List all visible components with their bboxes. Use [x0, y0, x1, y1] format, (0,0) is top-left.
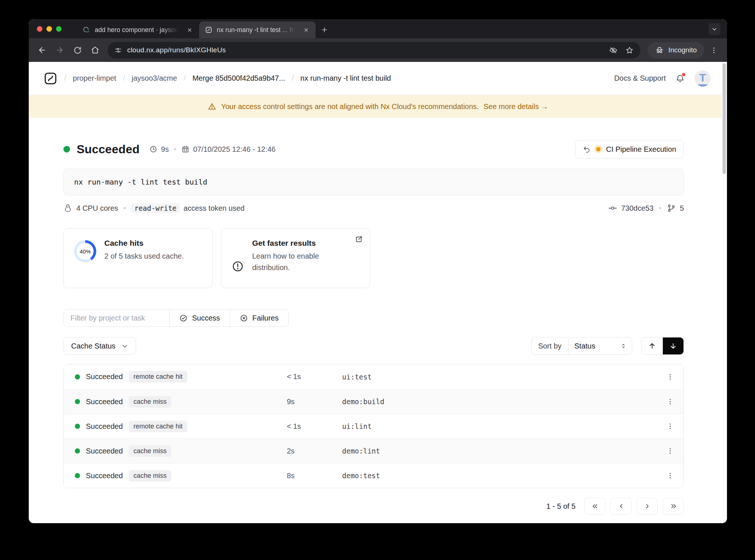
banner-message: Your access control settings are not ali…: [221, 102, 479, 111]
pipeline-button-label: CI Pipeline Execution: [606, 145, 676, 154]
info-icon: [232, 260, 244, 273]
task-filter-bar: Success Failures: [63, 309, 289, 327]
home-button[interactable]: [87, 42, 103, 58]
row-menu-kebab-icon[interactable]: [657, 439, 683, 463]
access-token-text: access token used: [184, 204, 245, 213]
sort-field-select[interactable]: Status: [568, 337, 632, 354]
sort-descending-button[interactable]: [662, 337, 683, 354]
run-meta-row: 4 CPU cores read-write access token used…: [63, 203, 684, 213]
next-page-button[interactable]: [637, 498, 658, 515]
success-status-dot: [63, 146, 70, 153]
filter-failures-button[interactable]: Failures: [230, 309, 288, 326]
bookmark-star-icon[interactable]: [623, 43, 637, 57]
clock-icon: [149, 145, 157, 153]
address-bar[interactable]: cloud.nx.app/runs/BkIXGHleUs: [108, 42, 640, 59]
row-menu-kebab-icon[interactable]: [657, 414, 683, 438]
breadcrumb-separator: /: [184, 74, 186, 83]
row-status-label: Succeeded: [86, 422, 123, 431]
first-page-button[interactable]: [584, 498, 605, 515]
row-task: demo:build: [342, 398, 657, 406]
ci-pipeline-execution-button[interactable]: CI Pipeline Execution: [575, 140, 684, 158]
tab-nx-run[interactable]: nx run-many -t lint test ... fro: [199, 21, 316, 38]
incognito-label: Incognito: [668, 46, 697, 54]
notifications-bell-icon[interactable]: [675, 74, 685, 83]
breadcrumb-run[interactable]: nx run-many -t lint test build: [300, 74, 391, 83]
forward-button[interactable]: [52, 42, 68, 58]
previous-page-button[interactable]: [610, 498, 632, 515]
tab-close-icon[interactable]: [185, 25, 194, 34]
table-row[interactable]: Succeeded cache miss 9s demo:build: [64, 389, 683, 414]
row-task: demo:test: [342, 472, 657, 480]
back-button[interactable]: [34, 42, 50, 58]
browser-toolbar: cloud.nx.app/runs/BkIXGHleUs: [29, 38, 727, 62]
nx-favicon: [205, 26, 212, 34]
sort-by-label: Sort by: [532, 337, 568, 354]
warning-icon: [208, 102, 216, 111]
scrollbar-thumb[interactable]: [723, 63, 726, 174]
distribution-subtitle: Learn how to enable distribution.: [252, 251, 339, 273]
table-row[interactable]: Succeeded cache miss 2s demo:lint: [64, 438, 683, 463]
incognito-icon: [655, 46, 664, 55]
breadcrumb-separator: /: [64, 74, 66, 83]
row-menu-kebab-icon[interactable]: [657, 389, 683, 414]
row-cache-badge: cache miss: [129, 470, 171, 482]
reload-button[interactable]: [69, 42, 86, 58]
git-branch-icon: [667, 204, 676, 213]
avatar[interactable]: T: [695, 70, 711, 87]
cache-status-label: Cache Status: [71, 342, 115, 350]
close-window-button[interactable]: [37, 26, 42, 32]
cache-status-dropdown[interactable]: Cache Status: [63, 337, 136, 355]
distribution-title: Get faster results: [252, 239, 339, 248]
filter-success-button[interactable]: Success: [170, 309, 230, 326]
breadcrumb-workspace[interactable]: proper-limpet: [73, 74, 116, 83]
pipeline-status-dot: [596, 147, 601, 151]
docs-support-link[interactable]: Docs & Support: [614, 74, 666, 83]
distribution-card[interactable]: Get faster results Learn how to enable d…: [221, 228, 370, 288]
page-scrollbar[interactable]: [721, 62, 727, 523]
run-detail-main: Succeeded 9s 07/10/2025 12:46 - 12:46: [29, 118, 727, 523]
check-circle-icon: [179, 314, 188, 322]
task-filter-input[interactable]: [64, 309, 170, 326]
breadcrumb-repo[interactable]: jaysoo3/acme: [132, 74, 177, 83]
pr-check-favicon: [83, 26, 90, 34]
tab-add-hero-component[interactable]: add hero component · jaysoo: [77, 21, 199, 38]
row-cache-badge: cache miss: [129, 445, 171, 457]
table-row[interactable]: Succeeded cache miss 8s demo:test: [64, 463, 683, 488]
row-menu-kebab-icon[interactable]: [657, 364, 683, 389]
row-cache-badge: remote cache hit: [129, 371, 187, 382]
banner-see-more-link[interactable]: See more details →: [484, 102, 549, 111]
table-row[interactable]: Succeeded remote cache hit < 1s ui:lint: [64, 414, 683, 438]
nx-logo-icon[interactable]: [44, 71, 58, 85]
tab-title: add hero component · jaysoo: [95, 26, 181, 34]
row-duration: 8s: [287, 472, 342, 480]
new-tab-button[interactable]: [318, 23, 331, 36]
sort-ascending-button[interactable]: [641, 337, 662, 354]
browser-menu-icon[interactable]: [706, 42, 722, 58]
row-success-dot: [75, 473, 80, 478]
commit-sha[interactable]: 730dce53: [621, 204, 654, 213]
failures-filter-label: Failures: [253, 314, 279, 322]
tab-close-icon[interactable]: [302, 25, 310, 34]
last-page-button[interactable]: [663, 498, 684, 515]
url-text: cloud.nx.app/runs/BkIXGHleUs: [127, 46, 601, 54]
tab-search-button[interactable]: [709, 23, 720, 35]
row-duration: < 1s: [287, 372, 342, 381]
site-settings-icon[interactable]: [114, 46, 122, 54]
minimize-window-button[interactable]: [46, 26, 52, 32]
row-status-label: Succeeded: [86, 472, 123, 480]
external-link-icon[interactable]: [355, 235, 363, 244]
fullscreen-window-button[interactable]: [56, 26, 62, 32]
x-circle-icon: [240, 314, 248, 322]
row-menu-kebab-icon[interactable]: [657, 463, 683, 488]
row-task: ui:test: [342, 373, 657, 381]
separator-dot: [659, 207, 661, 209]
table-row[interactable]: Succeeded remote cache hit < 1s ui:test: [64, 364, 683, 389]
eye-off-icon[interactable]: [606, 43, 620, 57]
breadcrumb-commit[interactable]: Merge 85d500f42d5a9b47...: [192, 74, 285, 83]
cache-hits-card[interactable]: 40% Cache hits 2 of 5 tasks used cache.: [63, 228, 213, 288]
breadcrumb-separator: /: [123, 74, 125, 83]
sort-field-value: Status: [574, 342, 595, 350]
cpu-cores-label: 4 CPU cores: [76, 204, 118, 213]
run-command-text: nx run-many -t lint test build: [74, 178, 207, 186]
branch-count[interactable]: 5: [680, 204, 684, 213]
